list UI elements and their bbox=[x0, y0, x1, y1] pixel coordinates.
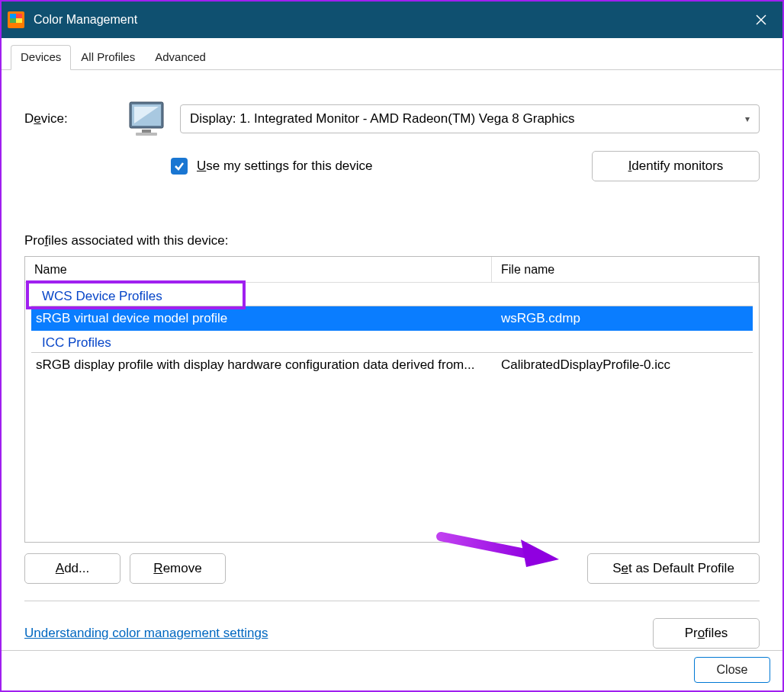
svg-rect-3 bbox=[16, 14, 22, 18]
svg-rect-2 bbox=[10, 14, 16, 18]
svg-rect-10 bbox=[142, 130, 151, 133]
device-label: Device: bbox=[24, 111, 116, 127]
use-my-settings-checkbox[interactable] bbox=[171, 158, 188, 175]
tab-content: Device: Display: 1. Integrated Monitor -… bbox=[2, 70, 782, 656]
tab-devices[interactable]: Devices bbox=[11, 45, 71, 70]
settings-row: Use my settings for this device Identify… bbox=[171, 151, 760, 181]
profiles-section-label: Profiles associated with this device: bbox=[24, 233, 760, 248]
close-button[interactable]: Close bbox=[694, 657, 770, 683]
check-icon bbox=[174, 161, 185, 171]
table-header: Name File name bbox=[25, 257, 759, 283]
separator bbox=[24, 601, 760, 601]
add-button[interactable]: Add... bbox=[24, 553, 120, 584]
monitor-icon bbox=[128, 101, 168, 137]
set-default-button[interactable]: Set as Default Profile bbox=[587, 553, 760, 584]
profiles-table: Name File name WCS Device Profiles sRGB … bbox=[24, 256, 760, 543]
device-selected-value: Display: 1. Integrated Monitor - AMD Rad… bbox=[190, 111, 575, 127]
column-filename[interactable]: File name bbox=[492, 257, 759, 282]
profile-filename: wsRGB.cdmp bbox=[492, 311, 753, 326]
help-link[interactable]: Understanding color management settings bbox=[24, 626, 268, 641]
column-name[interactable]: Name bbox=[25, 257, 492, 282]
remove-button[interactable]: Remove bbox=[130, 553, 226, 584]
use-my-settings-label: Use my settings for this device bbox=[197, 159, 373, 174]
chevron-down-icon: ▾ bbox=[745, 114, 750, 124]
device-row: Device: Display: 1. Integrated Monitor -… bbox=[24, 101, 760, 137]
profile-filename: CalibratedDisplayProfile-0.icc bbox=[492, 357, 759, 373]
group-wcs: WCS Device Profiles bbox=[31, 284, 753, 306]
svg-rect-11 bbox=[136, 133, 157, 136]
tab-bar: Devices All Profiles Advanced bbox=[2, 38, 782, 70]
profile-name: sRGB display profile with display hardwa… bbox=[25, 357, 492, 373]
svg-rect-5 bbox=[16, 18, 22, 23]
footer-separator bbox=[2, 650, 782, 651]
profile-name: sRGB virtual device model profile bbox=[31, 311, 492, 326]
tab-all-profiles[interactable]: All Profiles bbox=[71, 45, 145, 70]
tab-advanced[interactable]: Advanced bbox=[145, 45, 216, 70]
group-icc: ICC Profiles bbox=[31, 331, 753, 353]
app-icon bbox=[8, 11, 24, 28]
profiles-button[interactable]: Profiles bbox=[653, 618, 760, 649]
device-dropdown[interactable]: Display: 1. Integrated Monitor - AMD Rad… bbox=[180, 104, 760, 133]
table-row[interactable]: sRGB virtual device model profile wsRGB.… bbox=[31, 306, 753, 331]
window-close-button[interactable] bbox=[740, 2, 782, 38]
svg-rect-4 bbox=[10, 18, 16, 23]
bottom-row: Understanding color management settings … bbox=[24, 618, 760, 649]
close-icon bbox=[756, 14, 766, 25]
dialog-footer: Close bbox=[694, 657, 770, 683]
table-row[interactable]: sRGB display profile with display hardwa… bbox=[25, 353, 759, 377]
profile-buttons-row: Add... Remove Set as Default Profile bbox=[24, 553, 760, 584]
titlebar: Color Management bbox=[2, 2, 782, 38]
identify-monitors-button[interactable]: Identify monitors bbox=[592, 151, 760, 181]
window-title: Color Management bbox=[34, 13, 740, 27]
